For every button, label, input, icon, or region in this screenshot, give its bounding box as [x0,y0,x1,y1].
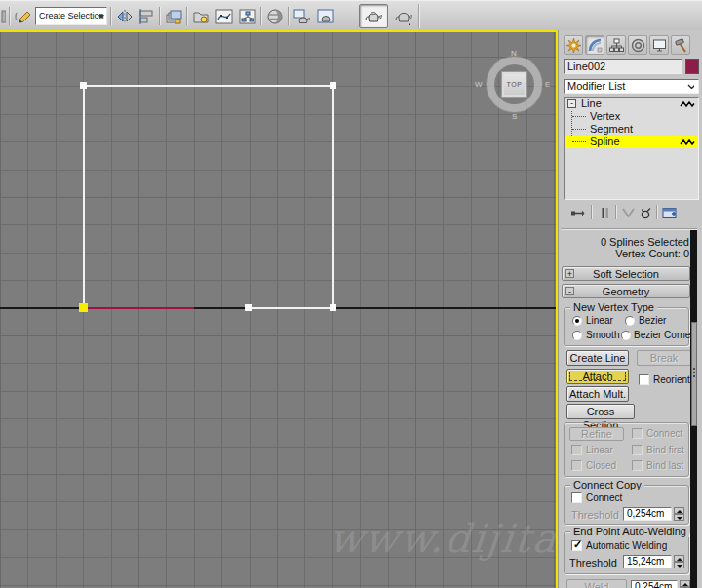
reorient-checkbox[interactable] [639,374,649,385]
spinner-up-icon[interactable] [680,580,690,587]
bind-last-checkbox[interactable] [632,460,643,471]
check-icon: ✓ [573,538,582,551]
display-monitor-icon [652,38,667,53]
closed-checkbox[interactable] [571,460,582,471]
radio-linear[interactable] [572,316,582,326]
edit-named-selection-sets-button[interactable] [13,6,33,26]
tab-modify[interactable] [585,35,604,55]
stack-row-segment[interactable]: Segment [565,123,698,136]
render-production-button[interactable] [359,4,388,28]
bind-first-checkbox[interactable] [632,445,643,455]
viewcube[interactable]: TOP N S W E [487,57,542,112]
panel-scrollbar[interactable] [690,230,697,588]
vertex-handle[interactable] [330,304,336,311]
linear-label: Linear [586,445,613,456]
object-color-swatch[interactable] [685,59,699,74]
toolbar-separator [9,7,10,25]
first-vertex-handle[interactable] [79,303,88,312]
connect-copy-threshold-spinner[interactable] [674,507,684,521]
show-end-result-button[interactable] [596,204,613,221]
remove-modifier-icon [639,206,653,220]
attach-button[interactable]: Attach [566,369,629,384]
stack-row-vertex[interactable]: Vertex [565,110,698,123]
spinner-up-icon[interactable] [674,555,684,562]
vertex-handle[interactable] [330,82,336,89]
tab-create[interactable] [564,35,583,55]
radio-bezier[interactable] [625,316,635,326]
radio-smooth[interactable] [572,331,582,340]
mirror-button[interactable] [114,6,135,26]
configure-modifier-sets-button[interactable] [661,204,679,221]
tab-display[interactable] [649,35,669,55]
stack-row-spline-selected[interactable]: Spline [565,136,698,148]
spline-edge-top [83,85,334,87]
group-title: Connect Copy [570,479,644,490]
object-name-field[interactable]: Line002 [564,59,682,74]
connect-copy-checkbox[interactable] [571,492,582,503]
rollout-expand-icon[interactable]: + [566,269,574,278]
modifier-list-dropdown[interactable]: Modifier List [564,79,699,94]
tab-motion[interactable] [628,35,647,55]
refine-button[interactable]: Refine [569,427,624,441]
tab-utilities[interactable] [671,35,690,55]
curve-editor-button[interactable] [214,6,234,26]
weld-button[interactable]: Weld [566,579,627,588]
combo-dropdown-arrow-icon[interactable] [98,15,104,19]
pin-stack-button[interactable] [568,204,586,221]
dropdown-chevron-icon [687,84,694,89]
vertex-handle[interactable] [245,304,252,311]
attach-mult-button[interactable]: Attach Mult. [566,386,629,402]
active-level-icon [680,100,695,108]
scrollbar-thumb[interactable] [691,322,697,426]
material-editor-button[interactable] [264,6,285,26]
reorient-label: Reorient [653,374,690,386]
main-toolbar: Create Selection Se [0,0,702,30]
active-level-icon [680,138,695,146]
break-button[interactable]: Break [637,350,691,366]
rollout-title: Soft Selection [593,268,659,280]
linear-checkbox[interactable] [571,445,582,455]
rollout-collapse-icon[interactable]: - [566,287,574,295]
named-selection-set-value: Create Selection Se [39,11,107,20]
toolbar-partial-icon [0,6,6,26]
weld-threshold-field[interactable]: 15,24cm [623,555,672,568]
connect-label: Connect [646,428,682,440]
named-selection-set-combo[interactable]: Create Selection Se [35,7,107,25]
spinner-down-icon[interactable] [674,514,684,521]
radio-bezier-corner[interactable] [621,331,631,340]
selection-info-line1: 0 Splines Selected [563,236,689,248]
layer-manager-button[interactable] [163,6,183,26]
align-button[interactable] [136,6,156,26]
scene-container-button[interactable] [190,6,211,26]
render-setup-button[interactable] [292,6,312,26]
tree-dash [572,116,586,117]
rollout-title: Geometry [603,286,649,297]
connect-copy-threshold-field[interactable]: 0,254cm [623,507,672,521]
make-unique-button[interactable] [619,204,637,221]
expand-collapse-icon[interactable]: - [567,99,576,108]
connect-checkbox[interactable] [632,428,643,439]
material-sphere-icon [266,8,284,25]
viewcube-face-label: TOP [502,81,526,88]
rendered-frame-window-button[interactable] [315,6,335,26]
modify-arc-icon [588,38,603,53]
vertex-handle[interactable] [80,82,87,89]
rollout-geometry[interactable]: - Geometry [562,284,690,298]
remove-modifier-button[interactable] [637,204,654,221]
schematic-view-button[interactable] [237,6,257,26]
create-line-button[interactable]: Create Line [566,350,629,366]
teapot-icon [364,8,383,25]
stack-row-line[interactable]: - Line [565,98,698,110]
rollout-soft-selection[interactable]: + Soft Selection [562,266,690,281]
spinner-up-icon[interactable] [674,507,684,514]
render-iterative-button[interactable] [392,6,415,26]
weld-value-field[interactable]: 0,254cm [631,580,678,588]
weld-threshold-spinner[interactable] [674,555,684,568]
cross-section-button[interactable]: Cross Section [566,404,635,419]
automatic-welding-checkbox[interactable]: ✓ [571,540,582,551]
viewcube-top-face[interactable]: TOP [501,71,527,98]
tab-hierarchy[interactable] [606,35,626,55]
weld-spinner[interactable] [680,580,690,588]
spinner-down-icon[interactable] [674,562,684,568]
viewport-top[interactable]: TOP N S W E www.dijitalde [0,30,558,588]
